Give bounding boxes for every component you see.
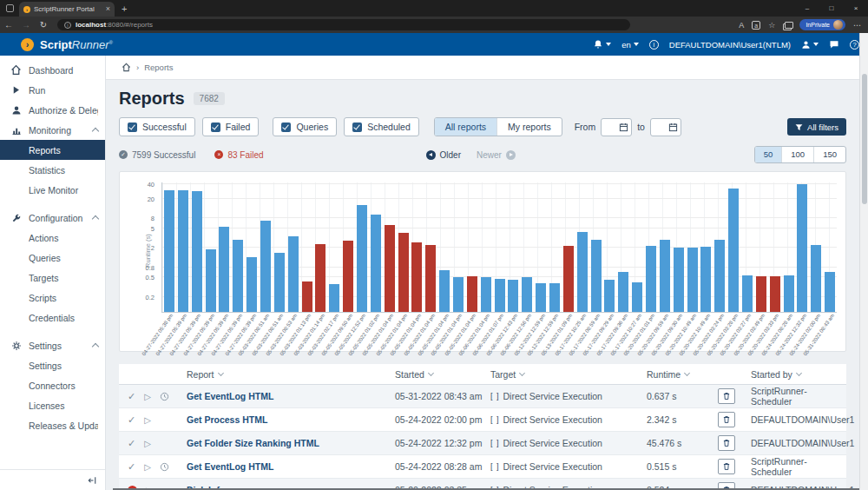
sidebar-item-settings[interactable]: Settings <box>0 355 105 375</box>
translate-icon[interactable]: a <box>752 21 760 30</box>
profile-avatar[interactable] <box>833 20 843 30</box>
chart-bar[interactable]: 04-27-2022 05:39 pm <box>245 182 259 312</box>
delete-report-button[interactable] <box>718 412 735 427</box>
home-icon[interactable] <box>122 63 131 72</box>
sidebar-item-scripts[interactable]: Scripts <box>0 288 105 308</box>
chart-bar[interactable]: 05-06-2022 01:04 pm <box>479 182 493 312</box>
run-report-icon[interactable]: ▷ <box>144 415 151 425</box>
chart-bar[interactable]: 05-06-2022 12:43 pm <box>506 182 520 312</box>
chart-bar[interactable]: 05-03-2022 01:13 pm <box>300 182 314 312</box>
sidebar-item-reports[interactable]: Reports <box>0 140 105 160</box>
chart-bar[interactable]: 05-20-2022 09:30 am <box>672 182 686 312</box>
chart-bar[interactable]: 05-24-2022 02:00 pm <box>809 182 823 312</box>
chart-bar[interactable]: 05-05-2022 01:04 pm <box>383 182 397 312</box>
chart-bar[interactable]: 05-17-2022 10:25 am <box>575 182 589 312</box>
report-link[interactable]: Get EventLog HTML <box>187 461 395 472</box>
favorites-star-icon[interactable]: ☆ <box>768 21 775 30</box>
chart-bar[interactable]: 05-05-2022 01:04 pm <box>437 182 451 312</box>
delete-report-button[interactable] <box>718 459 735 474</box>
close-window-button[interactable]: × <box>844 4 868 12</box>
table-row[interactable]: ✓ ▷ Get Folder Size Ranking HTML 05-24-2… <box>119 432 846 455</box>
table-row[interactable]: ✓ ▷ Get EventLog HTML 05-31-2022 08:43 a… <box>119 385 846 408</box>
browser-tab[interactable]: › ScriptRunner Portal × <box>19 2 115 17</box>
sidebar-group-settings[interactable]: Settings <box>0 335 105 355</box>
filter-scheduled-checkbox[interactable]: Scheduled <box>344 117 419 136</box>
chart-bar[interactable]: 05-05-2022 01:04 pm <box>397 182 411 312</box>
help-icon[interactable]: ? <box>850 40 859 50</box>
chart-bar[interactable]: 05-05-2022 01:04 pm <box>465 182 479 312</box>
filter-successful-checkbox[interactable]: Successful <box>119 117 195 136</box>
read-aloud-icon[interactable]: A <box>739 21 744 30</box>
info-icon[interactable]: i <box>649 40 659 50</box>
sidebar-item-statistics[interactable]: Statistics <box>0 160 105 180</box>
checkbox-checked-icon[interactable] <box>352 122 362 132</box>
date-from-input[interactable] <box>601 118 632 136</box>
chart-bar[interactable]: 05-03-2022 08:51 am <box>273 182 286 312</box>
back-button[interactable]: ← <box>0 20 17 30</box>
column-header-report[interactable]: Report <box>187 369 395 380</box>
sidebar-item-connectors[interactable]: Connectors <box>0 375 105 395</box>
chart-bar[interactable]: 05-17-2022 09:36 am <box>616 182 630 312</box>
report-link[interactable]: Get Process HTML <box>187 414 395 425</box>
new-tab-button[interactable]: + <box>122 2 127 17</box>
chart-bar[interactable]: 05-05-2022 01:02 pm <box>369 182 383 312</box>
scriptrunner-logo[interactable]: › ScriptRunner® <box>0 38 113 51</box>
address-bar[interactable]: i localhost:8080/#/reports <box>57 19 630 30</box>
language-selector[interactable]: en <box>621 40 639 50</box>
chart-bar[interactable]: 05-20-2022 03:49 pm <box>754 182 768 312</box>
chart-bar[interactable]: 05-24-2022 08:28 am <box>782 182 796 312</box>
column-header-started-by[interactable]: Started by <box>751 369 846 380</box>
collections-icon[interactable] <box>783 22 792 29</box>
chart-bar[interactable]: 04-27-2022 05:38 pm <box>162 182 176 312</box>
checkbox-checked-icon[interactable] <box>281 122 291 132</box>
tab-actions-button[interactable] <box>0 0 19 17</box>
chart-bar[interactable]: 05-20-2022 10:49 am <box>686 182 700 312</box>
my-reports-tab[interactable]: My reports <box>496 118 562 136</box>
inprivate-badge[interactable]: InPrivate <box>799 19 845 30</box>
chart-bar[interactable]: 04-27-2022 05:39 pm <box>217 182 231 312</box>
run-report-icon[interactable]: ▷ <box>144 392 151 401</box>
chart-bar[interactable]: 05-24-2022 12:32 pm <box>796 182 810 312</box>
chart-bar[interactable]: 05-05-2022 01:04 pm <box>451 182 465 312</box>
chart-bar[interactable]: 05-06-2022 01:07 pm <box>493 182 507 312</box>
checkbox-checked-icon[interactable] <box>211 122 220 132</box>
filter-failed-checkbox[interactable]: Failed <box>202 117 260 136</box>
sidebar-item-dashboard[interactable]: Dashboard <box>0 60 105 80</box>
chart-bar[interactable]: 05-03-2022 08:51 am <box>259 182 273 312</box>
forward-button[interactable]: → <box>17 20 35 30</box>
chart-bar[interactable]: 04-27-2022 05:39 pm <box>190 182 204 312</box>
page-size-50[interactable]: 50 <box>755 147 782 162</box>
delete-report-button[interactable] <box>718 388 735 404</box>
chart-bar[interactable]: 05-12-2022 12:59 pm <box>534 182 548 312</box>
chart-bar[interactable]: 05-05-2022 01:04 pm <box>410 182 424 312</box>
chart-bar[interactable]: 05-05-2022 01:04 pm <box>424 182 437 312</box>
chart-bar[interactable]: 05-06-2022 12:56 pm <box>520 182 534 312</box>
sidebar-item-licenses[interactable]: Licenses <box>0 395 105 415</box>
site-info-icon[interactable]: i <box>64 22 71 29</box>
older-button[interactable]: Older <box>426 150 461 160</box>
sidebar-item-authorize-delegate[interactable]: Authorize & Delegate <box>0 100 105 120</box>
chart-bar[interactable]: 05-03-2022 01:14 pm <box>313 182 327 312</box>
chart-bar[interactable]: 05-03-2022 08:53 am <box>286 182 300 312</box>
sidebar-collapse-button[interactable] <box>0 469 105 490</box>
sidebar-group-monitoring[interactable]: Monitoring <box>0 120 105 140</box>
chart-bar[interactable]: 04-27-2022 05:39 pm <box>204 182 218 312</box>
chart-bar[interactable]: 05-20-2022 03:27 pm <box>740 182 754 312</box>
chart-bar[interactable]: 05-20-2022 10:49 am <box>700 182 713 312</box>
chart-bar[interactable]: 05-05-2022 09:50 am <box>341 182 355 312</box>
filter-queries-checkbox[interactable]: Queries <box>273 117 337 136</box>
user-menu[interactable] <box>801 40 819 50</box>
column-header-target[interactable]: Target <box>490 369 647 380</box>
chart-bar[interactable]: 05-20-2022 03:28 pm <box>727 182 740 312</box>
sidebar-item-queries[interactable]: Queries <box>0 248 105 268</box>
chart-bar[interactable]: 05-13-2022 01:09 pm <box>562 182 575 312</box>
chat-icon[interactable] <box>829 39 839 50</box>
chart-bar[interactable]: 05-12-2022 12:59 pm <box>548 182 562 312</box>
chart-bar[interactable]: 05-17-2022 09:29 am <box>603 182 617 312</box>
sidebar-group-configuration[interactable]: Configuration <box>0 208 105 228</box>
chart-bar[interactable]: 05-05-2022 12:52 pm <box>355 182 369 312</box>
chart-bar[interactable]: 05-20-2022 01:01 pm <box>644 182 658 312</box>
chart-bar[interactable]: 05-20-2022 03:24 pm <box>713 182 727 312</box>
table-row[interactable]: ✓ ▷ Get Process HTML 05-24-2022 02:00 pm… <box>119 408 846 432</box>
chart-bar[interactable]: 05-17-2022 10:27 am <box>630 182 644 312</box>
